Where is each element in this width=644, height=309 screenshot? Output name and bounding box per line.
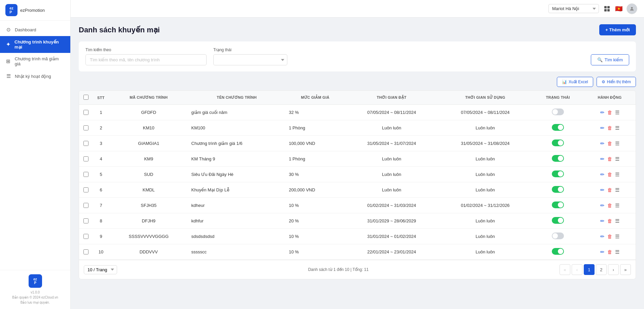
action-icons: ✏ 🗑 ☰ (587, 234, 632, 240)
row-checkbox[interactable] (83, 125, 88, 130)
cell-tg-dat: 31/01/2029 ~ 28/06/2029 (345, 213, 438, 229)
status-toggle[interactable] (552, 217, 564, 224)
search-button[interactable]: 🔍 Tìm kiếm (591, 54, 629, 65)
edit-icon[interactable]: ✏ (600, 110, 605, 116)
more-menu-icon[interactable]: ☰ (615, 110, 619, 116)
status-select[interactable]: Đang hoạt động Không hoạt động (213, 54, 287, 65)
row-checkbox[interactable] (83, 141, 88, 146)
sidebar-item-ma-giam-gia[interactable]: ⊞ Chương trình mã giảm giá (0, 53, 70, 70)
more-menu-icon[interactable]: ☰ (615, 187, 619, 193)
cell-ten: Chương trình giảm giá 1/6 (188, 136, 286, 151)
row-checkbox[interactable] (83, 234, 88, 239)
status-toggle[interactable] (552, 124, 564, 131)
logo-icon: ezP (5, 4, 17, 16)
row-checkbox[interactable] (83, 249, 88, 254)
more-menu-icon[interactable]: ☰ (615, 234, 619, 240)
add-new-button[interactable]: + Thêm mới (599, 24, 636, 35)
prev-page-button[interactable]: ‹ (572, 264, 582, 275)
more-menu-icon[interactable]: ☰ (615, 125, 619, 131)
export-icon: 📊 (562, 80, 567, 84)
cell-ma: SFJH35 (109, 198, 188, 213)
next-page-button[interactable]: › (608, 264, 619, 275)
edit-icon[interactable]: ✏ (600, 141, 605, 147)
page-1-button[interactable]: 1 (584, 264, 595, 275)
more-menu-icon[interactable]: ☰ (615, 249, 619, 255)
cell-checkbox (79, 167, 93, 182)
delete-icon[interactable]: 🗑 (607, 203, 612, 208)
cell-tg-sd: Luôn luôn (438, 120, 532, 136)
cell-muc-giam: 32 % (286, 105, 345, 120)
more-menu-icon[interactable]: ☰ (615, 156, 619, 162)
status-toggle[interactable] (552, 171, 564, 177)
delete-icon[interactable]: 🗑 (607, 156, 612, 162)
last-page-button[interactable]: » (620, 264, 631, 275)
edit-icon[interactable]: ✏ (600, 125, 605, 131)
sidebar-item-nhat-ky[interactable]: ☰ Nhật ký hoạt động (0, 70, 70, 83)
user-avatar[interactable] (627, 3, 637, 14)
cell-muc-giam: 10 % (286, 229, 345, 244)
cell-trang-thai (532, 151, 584, 167)
flag-icon[interactable]: 🇻🇳 (615, 5, 622, 12)
location-select[interactable]: Mariot Hà Nội (548, 4, 599, 13)
delete-icon[interactable]: 🗑 (607, 249, 612, 255)
search-input[interactable] (85, 54, 207, 65)
cell-hanh-dong: ✏ 🗑 ☰ (584, 120, 636, 136)
status-toggle[interactable] (552, 202, 564, 208)
row-checkbox[interactable] (83, 218, 88, 223)
delete-icon[interactable]: 🗑 (607, 187, 612, 193)
delete-icon[interactable]: 🗑 (607, 125, 612, 131)
edit-icon[interactable]: ✏ (600, 218, 605, 224)
edit-icon[interactable]: ✏ (600, 234, 605, 240)
status-group: Trạng thái Đang hoạt động Không hoạt độn… (213, 48, 287, 65)
status-toggle[interactable] (552, 248, 564, 255)
delete-icon[interactable]: 🗑 (607, 110, 612, 115)
sidebar-nav: ⊙ Dashboard ✦ Chương trình khuyến mại ⊞ … (0, 21, 70, 270)
edit-icon[interactable]: ✏ (600, 203, 605, 209)
more-menu-icon[interactable]: ☰ (615, 218, 619, 224)
status-toggle[interactable] (552, 233, 564, 239)
app-name: ezPromotion (20, 8, 45, 13)
status-toggle[interactable] (552, 109, 564, 115)
grid-icon[interactable] (603, 5, 611, 13)
cell-ma: KM9 (109, 151, 188, 167)
action-icons: ✏ 🗑 ☰ (587, 110, 632, 116)
edit-icon[interactable]: ✏ (600, 187, 605, 193)
first-page-button[interactable]: « (560, 264, 570, 275)
toggle-slider (552, 109, 564, 115)
row-checkbox[interactable] (83, 172, 88, 177)
edit-icon[interactable]: ✏ (600, 156, 605, 162)
export-excel-button[interactable]: 📊 Xuất Excel (557, 77, 593, 87)
delete-icon[interactable]: 🗑 (607, 172, 612, 177)
edit-icon[interactable]: ✏ (600, 172, 605, 178)
grid-cell-4 (607, 9, 610, 11)
more-menu-icon[interactable]: ☰ (615, 172, 619, 178)
row-checkbox[interactable] (83, 203, 88, 208)
filter-row: Tìm kiếm theo Trạng thái Đang hoạt động … (85, 48, 629, 65)
status-toggle[interactable] (552, 155, 564, 162)
row-checkbox[interactable] (83, 156, 88, 161)
more-menu-icon[interactable]: ☰ (615, 141, 619, 147)
display-columns-button[interactable]: ⚙ Hiển thị thêm (597, 77, 636, 87)
cell-hanh-dong: ✏ 🗑 ☰ (584, 229, 636, 244)
edit-icon[interactable]: ✏ (600, 249, 605, 255)
status-toggle[interactable] (552, 186, 564, 193)
more-menu-icon[interactable]: ☰ (615, 203, 619, 209)
cell-ma: KM10 (109, 120, 188, 136)
cell-checkbox (79, 213, 93, 229)
delete-icon[interactable]: 🗑 (607, 234, 612, 239)
table-head: STT MÃ CHƯƠNG TRÌNH TÊN CHƯƠNG TRÌNH MỨC… (79, 91, 636, 105)
sidebar-item-khuyen-mai[interactable]: ✦ Chương trình khuyến mại (0, 36, 70, 53)
select-all-checkbox[interactable] (83, 95, 88, 100)
cell-ma: GFDFD (109, 105, 188, 120)
page-size-select[interactable]: 10 / Trang 20 / Trang 50 / Trang (84, 265, 117, 274)
page-2-button[interactable]: 2 (596, 264, 607, 275)
row-checkbox[interactable] (83, 110, 88, 115)
delete-icon[interactable]: 🗑 (607, 141, 612, 146)
search-icon: 🔍 (597, 57, 603, 62)
row-checkbox[interactable] (83, 187, 88, 192)
sidebar-item-dashboard[interactable]: ⊙ Dashboard (0, 23, 70, 36)
cell-muc-giam: 1 Phòng (286, 120, 345, 136)
delete-icon[interactable]: 🗑 (607, 218, 612, 224)
status-toggle[interactable] (552, 140, 564, 146)
col-ten: TÊN CHƯƠNG TRÌNH (188, 91, 286, 105)
